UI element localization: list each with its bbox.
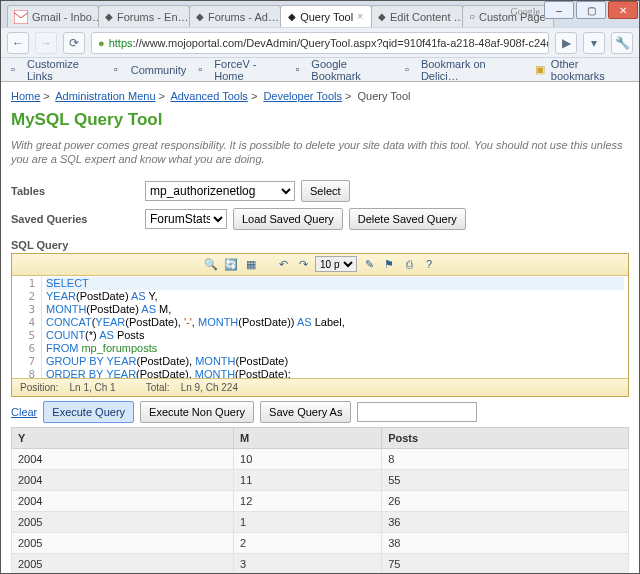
- table-row[interactable]: 20041155: [12, 469, 629, 490]
- col-posts[interactable]: Posts: [382, 427, 629, 448]
- execute-non-query-button[interactable]: Execute Non Query: [140, 401, 254, 423]
- bookmark-customize-links[interactable]: ▫Customize Links: [7, 56, 106, 84]
- breadcrumb: Home> Administration Menu> Advanced Tool…: [11, 88, 629, 108]
- cell-y: 2004: [12, 490, 234, 511]
- page-icon: ▫: [405, 63, 418, 77]
- forward-button[interactable]: →: [35, 32, 57, 54]
- other-bookmarks[interactable]: ▣Other bookmarks: [531, 56, 633, 84]
- svg-rect-0: [14, 10, 28, 24]
- bookmark-google[interactable]: ▫Google Bookmark: [291, 56, 397, 84]
- undo-icon[interactable]: ↶: [275, 256, 291, 272]
- table-row[interactable]: 2005136: [12, 511, 629, 532]
- browser-tab[interactable]: ◆Edit Content …×: [371, 5, 463, 27]
- table-row[interactable]: 20041226: [12, 490, 629, 511]
- tab-label: Gmail - Inbo…: [32, 11, 99, 23]
- tab-label: Forums - Ad…: [208, 11, 279, 23]
- window-close[interactable]: ✕: [608, 1, 638, 19]
- cell-posts: 8: [382, 448, 629, 469]
- bookmark-forcev[interactable]: ▫ForceV - Home: [194, 56, 287, 84]
- load-saved-query-button[interactable]: Load Saved Query: [233, 208, 343, 230]
- clear-link[interactable]: Clear: [11, 406, 37, 418]
- saved-queries-select[interactable]: ForumStats: [145, 209, 227, 229]
- browser-tab[interactable]: Gmail - Inbo…×: [7, 5, 99, 27]
- cell-m: 12: [234, 490, 382, 511]
- cell-y: 2005: [12, 511, 234, 532]
- back-button[interactable]: ←: [7, 32, 29, 54]
- breadcrumb-advanced-tools[interactable]: Advanced Tools: [170, 90, 247, 102]
- bookmark-label: Customize Links: [27, 58, 102, 82]
- cell-posts: 26: [382, 490, 629, 511]
- bookmark-community[interactable]: ▫Community: [110, 61, 191, 79]
- browser-tab[interactable]: ○Custom Page: [462, 5, 554, 27]
- editor-toolbar: 🔍 🔄 ▦ ↶ ↷ 10 pt ✎ ⚑ ⎙ ?: [12, 254, 628, 276]
- tab-label: Edit Content …: [390, 11, 463, 23]
- breadcrumb-home[interactable]: Home: [11, 90, 40, 102]
- page-menu-button[interactable]: ▾: [583, 32, 605, 54]
- url-path: ://www.mojoportal.com/DevAdmin/QueryTool…: [133, 37, 549, 49]
- cell-posts: 38: [382, 532, 629, 553]
- page-icon: ▫: [11, 63, 24, 77]
- cell-m: 10: [234, 448, 382, 469]
- browser-tab[interactable]: ◆Forums - Ad…×: [189, 5, 281, 27]
- address-bar[interactable]: ● https://www.mojoportal.com/DevAdmin/Qu…: [91, 32, 549, 54]
- cell-m: 11: [234, 469, 382, 490]
- save-query-as-button[interactable]: Save Query As: [260, 401, 351, 423]
- reload-button[interactable]: ⟳: [63, 32, 85, 54]
- bookmarks-bar: ▫Customize Links ▫Community ▫ForceV - Ho…: [1, 57, 639, 81]
- bookmark-label: Google Bookmark: [311, 58, 393, 82]
- sql-text[interactable]: SELECTYEAR(PostDate) AS Y, MONTH(PostDat…: [42, 276, 628, 378]
- browser-tab[interactable]: ◆Forums - En…×: [98, 5, 190, 27]
- snippet-icon[interactable]: ▦: [243, 256, 259, 272]
- table-row[interactable]: 2005238: [12, 532, 629, 553]
- bookmark-icon[interactable]: ⚑: [381, 256, 397, 272]
- cell-posts: 55: [382, 469, 629, 490]
- breadcrumb-developer-tools[interactable]: Developer Tools: [263, 90, 342, 102]
- replace-icon[interactable]: 🔄: [223, 256, 239, 272]
- bookmark-delicious[interactable]: ▫Bookmark on Delici…: [401, 56, 523, 84]
- find-icon[interactable]: 🔍: [203, 256, 219, 272]
- cell-y: 2004: [12, 469, 234, 490]
- col-y[interactable]: Y: [12, 427, 234, 448]
- breadcrumb-admin-menu[interactable]: Administration Menu: [55, 90, 155, 102]
- redo-icon[interactable]: ↷: [295, 256, 311, 272]
- save-query-name-input[interactable]: [357, 402, 477, 422]
- page-icon: ▫: [114, 63, 128, 77]
- tables-select[interactable]: mp_authorizenetlog: [145, 181, 295, 201]
- delete-saved-query-button[interactable]: Delete Saved Query: [349, 208, 466, 230]
- help-icon[interactable]: ?: [421, 256, 437, 272]
- breadcrumb-current: Query Tool: [358, 90, 411, 102]
- sql-query-label: SQL Query: [11, 233, 629, 253]
- page-content: Home> Administration Menu> Advanced Tool…: [1, 82, 639, 574]
- close-icon[interactable]: ×: [357, 11, 363, 22]
- folder-icon: ▣: [535, 63, 548, 77]
- site-favicon-icon: ○: [469, 10, 475, 24]
- globe-icon: ●: [98, 37, 105, 49]
- bookmark-label: ForceV - Home: [214, 58, 283, 82]
- wrench-menu-button[interactable]: 🔧: [611, 32, 633, 54]
- page-icon: ▫: [198, 63, 211, 77]
- window-controls: – ▢ ✕: [544, 1, 638, 19]
- go-button[interactable]: ▶: [555, 32, 577, 54]
- cell-y: 2005: [12, 553, 234, 574]
- url-protocol: https: [109, 37, 133, 49]
- sql-code-area[interactable]: 123456789 SELECTYEAR(PostDate) AS Y, MON…: [12, 276, 628, 378]
- cell-y: 2004: [12, 448, 234, 469]
- browser-tab-active[interactable]: ◆Query Tool×: [280, 5, 372, 27]
- select-button[interactable]: Select: [301, 180, 350, 202]
- table-row[interactable]: 2005375: [12, 553, 629, 574]
- print-icon[interactable]: ⎙: [401, 256, 417, 272]
- window-minimize[interactable]: –: [544, 1, 574, 19]
- bookmark-label: Community: [131, 64, 187, 76]
- window-maximize[interactable]: ▢: [576, 1, 606, 19]
- browser-nav-row: ← → ⟳ ● https://www.mojoportal.com/DevAd…: [1, 27, 639, 57]
- results-table: Y M Posts 200410820041155200412262005136…: [11, 427, 629, 574]
- table-row[interactable]: 2004108: [12, 448, 629, 469]
- tab-label: Query Tool: [300, 11, 353, 23]
- site-favicon-icon: ◆: [196, 10, 204, 24]
- saved-queries-label: Saved Queries: [11, 213, 139, 225]
- status-position-label: Position:: [20, 382, 58, 393]
- col-m[interactable]: M: [234, 427, 382, 448]
- execute-query-button[interactable]: Execute Query: [43, 401, 134, 423]
- font-size-select[interactable]: 10 pt: [315, 256, 357, 272]
- highlight-icon[interactable]: ✎: [361, 256, 377, 272]
